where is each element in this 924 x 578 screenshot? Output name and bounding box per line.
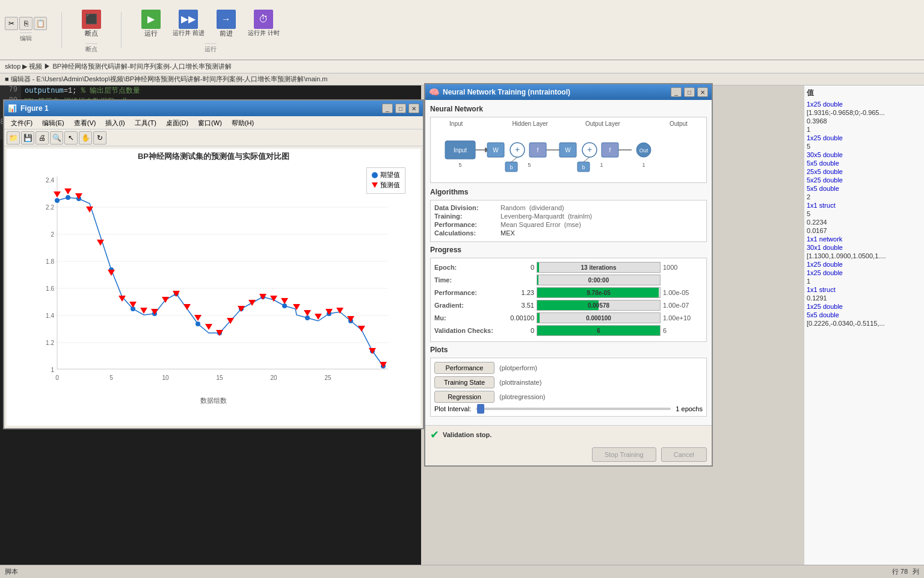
- prog-right-perf: 1.00e-05: [661, 289, 703, 296]
- variable-item[interactable]: 1x25 double: [807, 261, 922, 268]
- menu-tools[interactable]: 工具(T): [131, 117, 161, 128]
- figure-menu: 文件(F) 编辑(E) 查看(V) 插入(I) 工具(T) 桌面(D) 窗口(W…: [4, 116, 423, 129]
- plot-interval-row: Plot Interval: 1 epochs: [434, 405, 703, 412]
- svg-text:0: 0: [55, 374, 59, 381]
- nn-window-title: Neural Network Training (nntraintool): [443, 88, 570, 96]
- variable-item[interactable]: 1x1 network: [807, 235, 922, 243]
- fig-tool-rotate[interactable]: ↻: [93, 131, 106, 144]
- plot-btn-training-state[interactable]: Training State: [434, 376, 494, 388]
- fig-tool-zoom-in[interactable]: 🔍: [50, 131, 63, 144]
- variable-item[interactable]: 5x5 double: [807, 160, 922, 167]
- prog-left-mu: 0.00100: [507, 314, 537, 322]
- check-icon: ✔: [430, 428, 439, 441]
- prog-label-time: Time:: [434, 276, 507, 284]
- nn-minimize-btn[interactable]: _: [671, 87, 682, 97]
- status-text: Validation stop.: [443, 431, 491, 438]
- menu-file[interactable]: 文件(F): [7, 117, 37, 128]
- code-line-79: 79 outputnum=1; % 输出层节点数量: [0, 85, 421, 96]
- menu-help[interactable]: 帮助(H): [227, 117, 258, 128]
- figure-minimize-btn[interactable]: _: [382, 104, 393, 113]
- run-timed-btn[interactable]: ⏱ 运行并 计时: [242, 7, 285, 41]
- alg-row-3: Calculations: MEX: [434, 229, 703, 237]
- svg-text:2.2: 2.2: [46, 204, 54, 211]
- variable-list: 1x25 double[1.9316;-0.9658;0;-0.965...0.…: [807, 101, 922, 327]
- menu-edit[interactable]: 编辑(E): [38, 117, 69, 128]
- fig-tool-print[interactable]: 🖨: [35, 131, 49, 144]
- prog-bar-time: 0:00:00: [537, 275, 661, 285]
- variable-item[interactable]: 1x25 double: [807, 134, 922, 141]
- variable-item[interactable]: 1x25 double: [807, 269, 922, 276]
- output-label: Output: [670, 120, 688, 127]
- svg-marker-56: [227, 318, 234, 324]
- plot-desc-0: (plotperform): [499, 364, 537, 371]
- plots-section: Performance (plotperform) Training State…: [430, 358, 707, 417]
- right-panel: 值 1x25 double[1.9316;-0.9658;0;-0.965...…: [804, 85, 924, 565]
- variable-item[interactable]: 5x5 double: [807, 311, 922, 319]
- variable-item[interactable]: 30x1 double: [807, 244, 922, 251]
- input-label: Input: [449, 120, 463, 127]
- svg-marker-59: [259, 294, 266, 300]
- nn-maximize-btn[interactable]: □: [684, 87, 695, 97]
- plot-btn-regression[interactable]: Regression: [434, 391, 494, 403]
- cancel-btn[interactable]: Cancel: [661, 447, 707, 462]
- toolbar-btn-cut[interactable]: ✂: [5, 17, 18, 30]
- fig-tool-save[interactable]: 💾: [21, 131, 34, 144]
- svg-text:+: +: [587, 144, 592, 154]
- svg-marker-68: [358, 326, 365, 332]
- nn-diagram: Input Hidden Layer Output Layer Output I…: [430, 117, 707, 183]
- variable-item: 1: [807, 278, 922, 285]
- fig-tool-hand[interactable]: ✋: [79, 131, 92, 144]
- variable-item[interactable]: 30x5 double: [807, 151, 922, 158]
- variable-item[interactable]: 1x25 double: [807, 101, 922, 108]
- menu-view[interactable]: 查看(V): [70, 117, 100, 128]
- alg-row-1: Training: Levenberg-Marquardt (trainlm): [434, 213, 703, 220]
- svg-point-24: [66, 195, 70, 200]
- legend-label-expected: 期望值: [380, 170, 400, 179]
- svg-text:2: 2: [51, 231, 54, 238]
- menu-desktop[interactable]: 桌面(D): [162, 117, 192, 128]
- fig-tool-open[interactable]: 📁: [7, 131, 20, 144]
- run-advance-btn[interactable]: ▶▶ 运行并 前进: [167, 7, 210, 41]
- prog-left-valcheck: 0: [507, 327, 537, 334]
- breakpoint-btn[interactable]: ⬛ 断点: [76, 7, 106, 41]
- alg-row-2: Performance: Mean Squared Error (mse): [434, 221, 703, 228]
- prog-right-grad: 1.00e-07: [661, 302, 703, 309]
- figure-plot[interactable]: BP神经网络测试集的预测值与实际值对比图 样本值 1 1.2 1.4 1.6 1…: [7, 149, 420, 426]
- right-panel-title: 值: [807, 88, 922, 98]
- prog-bar-text-time: 0:00:00: [588, 277, 609, 284]
- nn-window-controls: _ □ ✕: [671, 87, 708, 97]
- advance-btn[interactable]: → 前进: [211, 7, 241, 41]
- svg-marker-52: [183, 304, 191, 310]
- prog-label-mu: Mu:: [434, 314, 507, 322]
- variable-item[interactable]: 5x5 double: [807, 185, 922, 192]
- variable-item: [0.2226,-0.0340,-0.5115,...: [807, 320, 922, 327]
- plot-desc-2: (plotregression): [499, 393, 545, 400]
- figure-close-btn[interactable]: ✕: [408, 104, 419, 113]
- sep2: [121, 12, 122, 48]
- progress-title: Progress: [430, 246, 707, 254]
- breakpoint-label: 断点: [85, 29, 98, 38]
- figure-maximize-btn[interactable]: □: [395, 104, 406, 113]
- nn-close-btn[interactable]: ✕: [697, 87, 708, 97]
- toolbar-btn-copy[interactable]: ⎘: [19, 17, 32, 30]
- progress-row-mu: Mu: 0.00100 0.000100 1.00e+10: [434, 312, 703, 323]
- svg-marker-57: [238, 306, 245, 312]
- hidden-label: Hidden Layer: [512, 120, 547, 127]
- variable-item[interactable]: 1x1 struct: [807, 202, 922, 209]
- variable-item[interactable]: 1x1 struct: [807, 286, 922, 293]
- menu-window[interactable]: 窗口(W): [194, 117, 226, 128]
- stop-training-btn[interactable]: Stop Training: [592, 447, 656, 462]
- figure-window-controls: _ □ ✕: [382, 104, 419, 113]
- plot-interval-slider[interactable]: [476, 408, 671, 410]
- menu-insert[interactable]: 插入(I): [101, 117, 129, 128]
- toolbar-btn-paste[interactable]: 📋: [34, 17, 47, 30]
- svg-marker-54: [205, 324, 212, 330]
- variable-item[interactable]: 5x25 double: [807, 176, 922, 184]
- fig-tool-cursor[interactable]: ↖: [64, 131, 78, 144]
- run-btn[interactable]: ▶ 运行: [136, 7, 166, 41]
- variable-item[interactable]: 25x5 double: [807, 168, 922, 175]
- plot-btn-performance[interactable]: Performance: [434, 362, 494, 374]
- variable-item[interactable]: 1x25 double: [807, 303, 922, 310]
- slider-thumb[interactable]: [477, 404, 484, 414]
- legend-item-expected: 期望值: [372, 170, 400, 179]
